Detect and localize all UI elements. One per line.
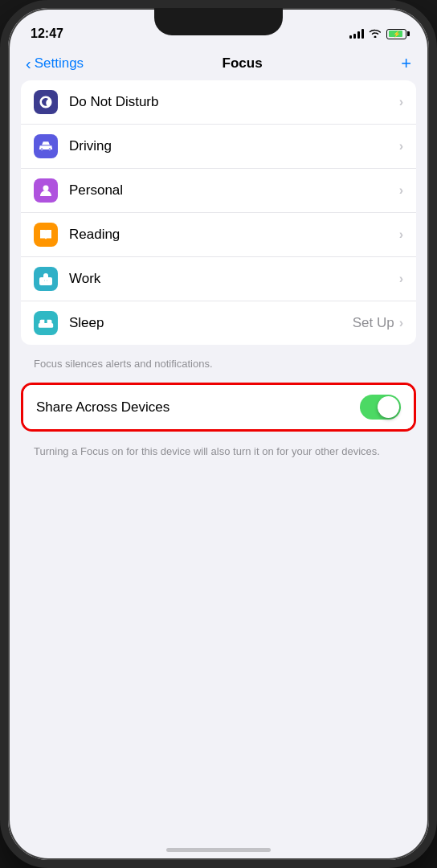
focus-list-card: Do Not Disturb › Driving › <box>21 80 416 345</box>
status-icons: ⚡ <box>349 28 406 40</box>
work-icon <box>34 267 58 291</box>
personal-chevron-icon: › <box>399 183 403 198</box>
add-button[interactable]: + <box>401 55 411 72</box>
do-not-disturb-icon <box>34 90 58 114</box>
work-chevron-icon: › <box>399 272 403 286</box>
notch <box>154 8 283 35</box>
share-across-devices-card-wrapper: Share Across Devices <box>21 383 416 432</box>
svg-rect-3 <box>45 280 47 281</box>
back-chevron-icon: ‹ <box>26 55 31 72</box>
svg-rect-4 <box>39 323 53 328</box>
personal-label: Personal <box>69 182 399 199</box>
status-time: 12:47 <box>31 27 63 41</box>
work-label: Work <box>69 271 399 287</box>
list-item-do-not-disturb[interactable]: Do Not Disturb › <box>21 80 416 125</box>
reading-label: Reading <box>69 227 399 243</box>
reading-icon <box>34 223 58 247</box>
list-item-driving[interactable]: Driving › <box>21 125 416 169</box>
share-description: Turning a Focus on for this device will … <box>21 438 416 459</box>
signal-bars-icon <box>349 29 364 39</box>
svg-point-0 <box>43 186 49 191</box>
driving-chevron-icon: › <box>399 139 403 154</box>
sleep-label: Sleep <box>69 315 353 331</box>
share-across-devices-label: Share Across Devices <box>36 399 360 416</box>
phone-frame: 12:47 ⚡ ‹ Settings <box>0 0 437 868</box>
page-title: Focus <box>223 55 263 72</box>
list-item-sleep[interactable]: Sleep Set Up › <box>21 301 416 345</box>
driving-icon <box>34 134 58 158</box>
nav-bar: ‹ Settings Focus + <box>8 48 429 80</box>
personal-icon <box>34 178 58 203</box>
list-item-work[interactable]: Work › <box>21 257 416 301</box>
sleep-setup-label: Set Up <box>353 315 394 331</box>
driving-label: Driving <box>69 138 399 154</box>
sleep-icon <box>34 311 58 335</box>
sleep-chevron-icon: › <box>399 316 403 330</box>
list-item-personal[interactable]: Personal › <box>21 169 416 213</box>
home-indicator <box>166 848 271 852</box>
toggle-knob <box>378 396 399 418</box>
share-across-devices-card: Share Across Devices <box>23 385 414 429</box>
share-across-devices-toggle[interactable] <box>360 395 401 420</box>
list-item-reading[interactable]: Reading › <box>21 213 416 257</box>
back-label: Settings <box>35 55 84 72</box>
content-area: Do Not Disturb › Driving › <box>8 80 429 459</box>
back-button[interactable]: ‹ Settings <box>26 55 84 72</box>
focus-description: Focus silences alerts and notifications. <box>21 351 416 383</box>
wifi-icon <box>369 28 382 40</box>
reading-chevron-icon: › <box>399 227 403 242</box>
do-not-disturb-label: Do Not Disturb <box>69 94 399 110</box>
battery-icon: ⚡ <box>386 29 406 39</box>
share-across-devices-item[interactable]: Share Across Devices <box>23 385 414 429</box>
do-not-disturb-chevron-icon: › <box>399 95 403 109</box>
